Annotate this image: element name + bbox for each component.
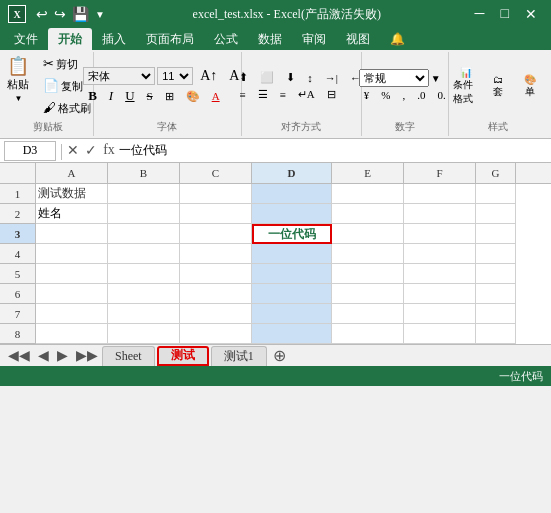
indent-increase-button[interactable]: →| (320, 70, 343, 86)
formula-input[interactable] (119, 143, 547, 158)
cell-D4[interactable] (252, 244, 332, 264)
tab-page-layout[interactable]: 页面布局 (136, 28, 204, 50)
percent-button[interactable]: % (376, 87, 395, 103)
increase-font-button[interactable]: A↑ (195, 66, 222, 86)
cell-F7[interactable] (404, 304, 476, 324)
thousands-button[interactable]: , (397, 87, 410, 103)
tab-data[interactable]: 数据 (248, 28, 292, 50)
sheet-nav-next[interactable]: ▶ (53, 347, 72, 364)
row-header-5[interactable]: 5 (0, 264, 36, 284)
cell-D1[interactable] (252, 184, 332, 204)
col-header-D[interactable]: D (252, 163, 332, 183)
cell-E6[interactable] (332, 284, 404, 304)
cell-D7[interactable] (252, 304, 332, 324)
tab-file[interactable]: 文件 (4, 28, 48, 50)
cell-D2[interactable] (252, 204, 332, 224)
cell-G3[interactable] (476, 224, 516, 244)
insert-function-button[interactable]: fx (103, 142, 115, 159)
cell-F8[interactable] (404, 324, 476, 344)
cell-F5[interactable] (404, 264, 476, 284)
tab-home[interactable]: 开始 (48, 28, 92, 50)
minimize-button[interactable]: ─ (469, 6, 491, 23)
cell-E7[interactable] (332, 304, 404, 324)
merge-center-button[interactable]: ⊟ (322, 86, 341, 103)
close-button[interactable]: ✕ (519, 6, 543, 23)
tab-help[interactable]: 🔔 (380, 28, 415, 50)
cell-B8[interactable] (108, 324, 180, 344)
cell-B5[interactable] (108, 264, 180, 284)
add-sheet-button[interactable]: ⊕ (269, 346, 290, 365)
tab-insert[interactable]: 插入 (92, 28, 136, 50)
dropdown-icon[interactable]: ▼ (95, 9, 105, 20)
cell-A4[interactable] (36, 244, 108, 264)
save-button[interactable]: 💾 (72, 6, 89, 23)
row-header-7[interactable]: 7 (0, 304, 36, 324)
cell-C1[interactable] (180, 184, 252, 204)
cancel-formula-button[interactable]: ✕ (67, 142, 79, 159)
row-header-8[interactable]: 8 (0, 324, 36, 344)
maximize-button[interactable]: □ (495, 6, 515, 23)
align-center-button[interactable]: ☰ (253, 86, 273, 103)
row-header-4[interactable]: 4 (0, 244, 36, 264)
sheet-nav-prev[interactable]: ◀ (34, 347, 53, 364)
align-right-button[interactable]: ≡ (275, 87, 291, 103)
wrap-text-button[interactable]: ↵A (293, 86, 320, 103)
row-header-3[interactable]: 3 (0, 224, 36, 244)
cell-E5[interactable] (332, 264, 404, 284)
paste-dropdown[interactable]: ▼ (14, 94, 22, 103)
font-name-select[interactable]: 宋体 (83, 67, 155, 85)
cell-E8[interactable] (332, 324, 404, 344)
row-header-2[interactable]: 2 (0, 204, 36, 224)
border-button[interactable]: ⊞ (160, 88, 179, 105)
sheet-tab-test[interactable]: 测试 (157, 346, 209, 366)
increase-decimal-button[interactable]: .0 (412, 87, 430, 103)
currency-button[interactable]: ¥ (359, 87, 375, 103)
sheet-tab-test1[interactable]: 测试1 (211, 346, 267, 366)
sheet-tab-sheet[interactable]: Sheet (102, 346, 155, 366)
cell-G1[interactable] (476, 184, 516, 204)
col-header-F[interactable]: F (404, 163, 476, 183)
cell-A7[interactable] (36, 304, 108, 324)
cell-A2[interactable]: 姓名 (36, 204, 108, 224)
cell-A8[interactable] (36, 324, 108, 344)
sheet-nav-right[interactable]: ▶▶ (72, 347, 102, 364)
cell-G2[interactable] (476, 204, 516, 224)
cell-A1[interactable]: 测试数据 (36, 184, 108, 204)
align-left-button[interactable]: ≡ (234, 87, 250, 103)
row-header-1[interactable]: 1 (0, 184, 36, 204)
cell-reference-box[interactable]: D3 (4, 141, 56, 161)
cell-B1[interactable] (108, 184, 180, 204)
cell-C8[interactable] (180, 324, 252, 344)
cell-G5[interactable] (476, 264, 516, 284)
cell-C7[interactable] (180, 304, 252, 324)
cell-A3[interactable] (36, 224, 108, 244)
row-header-6[interactable]: 6 (0, 284, 36, 304)
cell-G8[interactable] (476, 324, 516, 344)
tab-formula[interactable]: 公式 (204, 28, 248, 50)
cell-C2[interactable] (180, 204, 252, 224)
cell-E1[interactable] (332, 184, 404, 204)
cell-B2[interactable] (108, 204, 180, 224)
cell-F6[interactable] (404, 284, 476, 304)
underline-button[interactable]: U (120, 86, 139, 106)
col-header-G[interactable]: G (476, 163, 516, 183)
corner-cell[interactable] (0, 163, 36, 183)
cell-A6[interactable] (36, 284, 108, 304)
col-header-E[interactable]: E (332, 163, 404, 183)
cell-C6[interactable] (180, 284, 252, 304)
cell-E2[interactable] (332, 204, 404, 224)
align-middle-button[interactable]: ⬜ (255, 69, 279, 86)
cell-F4[interactable] (404, 244, 476, 264)
text-direction-button[interactable]: ↕ (302, 70, 318, 86)
sheet-nav-left[interactable]: ◀◀ (4, 347, 34, 364)
cell-A5[interactable] (36, 264, 108, 284)
cell-D6[interactable] (252, 284, 332, 304)
cell-E3[interactable] (332, 224, 404, 244)
cell-B3[interactable] (108, 224, 180, 244)
italic-button[interactable]: I (104, 86, 118, 106)
font-size-select[interactable]: 11 (157, 67, 193, 85)
strikethrough-button[interactable]: S (142, 88, 158, 104)
format-as-table-button[interactable]: 🗂 套 (483, 72, 513, 101)
font-color-button[interactable]: A (207, 88, 225, 104)
cell-C4[interactable] (180, 244, 252, 264)
